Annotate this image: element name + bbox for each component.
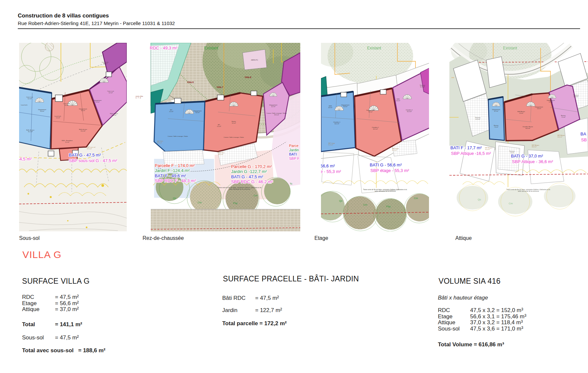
room-label: Bureau7,6 m² (494, 125, 498, 128)
grand-total-row: Total avec sous-sol = 188,6 m² (22, 347, 105, 354)
table-row: RDC 47,5 x 3,2 = 152,0 m³ (438, 307, 526, 314)
table-row: Sous-sol 47,5 x 3,6 = 171,0 m³ (438, 326, 526, 332)
room-label: Local tech. (21, 104, 28, 106)
row-label: Sous-sol (22, 335, 55, 341)
abris-label: ABRIS PC (251, 59, 258, 61)
room-label: Terrasse12,3 m² (420, 84, 425, 88)
section-title: VOLUME SIA 416 (439, 277, 500, 286)
bati-g-annotation: BATI G - 47,5 m² (231, 174, 263, 179)
survey-number: 2333 (451, 77, 454, 78)
parcelle-f-annotation: Parcelle F - 174,0 m² (155, 163, 195, 168)
header-divider (18, 28, 580, 29)
row-label: Etage (438, 314, 470, 320)
row-label: RDC (438, 307, 470, 314)
total-value: = 141,1 m² (55, 322, 82, 328)
room-label: Terrasse12,9 m² (573, 94, 579, 98)
bati-f-annotation: BATI F - 49,6 m² (155, 173, 186, 178)
row-value: 47,5 x 3,6 = 171,0 m³ (470, 326, 523, 332)
jardin-f-annotation: Jardin F -124,4 m² (155, 168, 190, 173)
row-value: = 56,6 m² (55, 301, 79, 307)
ground-label: Cm (198, 201, 202, 204)
table-row: Attique = 37,0 m² (22, 306, 79, 313)
ground-label: Qc (173, 197, 176, 200)
ground-label: Psy (386, 205, 390, 208)
jardin-g-annotation: Jardin G -122,7 m² (231, 169, 267, 174)
room-label: Entrée3,5 m² (232, 121, 236, 124)
grand-total-value: = 188,6 m² (78, 347, 106, 354)
plan-attique: Existant 2333 Dégagement4,7 m² Bureau7,6… (449, 43, 588, 231)
corner-annotation: RDC - 49,3 m² (150, 45, 177, 50)
row-label: Sous-sol (438, 326, 470, 332)
caption-attique: Attique (455, 235, 472, 241)
room-label: Terrasse12,9 m² (475, 117, 481, 120)
total-row: Total = 141,1 m² (22, 322, 82, 328)
ecole-label: école villas6 - 7 - 8 (136, 96, 143, 99)
table-row: Attique 37,0 x 3,2 = 118,4 m³ (438, 320, 526, 326)
row-label: Attique (438, 320, 470, 326)
volume-rows: RDC 47,5 x 3,2 = 152,0 m³ Etage 56,6 x 3… (438, 307, 526, 332)
bati-g-annotation: BATI G - 37,0 m² (511, 154, 543, 158)
sbp-f-annotation: SBP RDC F - 48,3 m² (155, 178, 196, 183)
sous-sol-row: Sous-sol = 47,5 m² (22, 335, 79, 341)
truncated-annotation: SBP F (289, 157, 300, 160)
bati-annotation: BATI G - 56,6 m² (370, 162, 402, 167)
ground-label: Tc (290, 182, 292, 185)
row-label: Bâti RDC (222, 295, 255, 301)
truncated-bati-annotation: 56,6 m² (321, 163, 335, 168)
truncated-annotation: SB (581, 137, 587, 142)
total-volume: Total Volume = 616,86 m³ (438, 341, 504, 348)
room-label: Cuisine / Salle à manger / Salon (224, 136, 244, 138)
row-value: = 47,5 m² (55, 335, 79, 341)
caption-sous-sol: Sous-sol (19, 235, 40, 241)
table-row: Jardin = 122,7 m² (222, 307, 282, 314)
caption-rdc: Rez-de-chaussée (143, 235, 184, 241)
row-label: Attique (22, 306, 55, 313)
villa7-label: Villa 7 (217, 86, 223, 88)
surface-rows: RDC = 47,5 m² Etage = 56,6 m² Attique = … (22, 294, 79, 313)
sbp-annotation: SBP étage - 55,3 m² (370, 168, 409, 173)
row-value: = 47,5 m² (55, 294, 79, 301)
sbp-g-annotation: SBP Attique - 36,6 m² (512, 159, 553, 164)
table-row: Bâti RDC = 47,5 m² (222, 295, 279, 301)
villa-f-sous-sol (19, 87, 52, 149)
grand-total-label: Total avec sous-sol (22, 347, 74, 354)
area-annotation: 54,5 m² (19, 157, 32, 161)
page-subtitle: Rue Robert-Adrien-Stierling 41E, 1217 Me… (18, 20, 175, 26)
truncated-annotation: BATI (289, 152, 297, 156)
room-label: Bureau7,5 m² (561, 115, 566, 118)
existant-label: Existant (204, 46, 218, 50)
sbp-f-annotation: SBP Attique -16,5 m² (451, 151, 491, 156)
row-label: RDC (22, 294, 55, 301)
caption-etage: Etage (314, 235, 328, 241)
table-row: Etage 56,6 x 3,1 = 175,46 m³ (438, 314, 526, 320)
plan-sous-sol: Cave à vin3,1 m² Local tech. Dégagement9… (19, 43, 127, 231)
table-row: Etage = 56,6 m² (22, 301, 79, 307)
parcelle-g-annotation: Parcelle G - 170,2 m² (231, 164, 272, 169)
section-title: SURFACE VILLA G (22, 277, 90, 286)
row-value: = 47,5 m² (255, 295, 279, 301)
room-label: Cuisine / Salle à manger / Salon (168, 135, 188, 137)
truncated-annotation: Jardin (289, 148, 299, 152)
row-value: 47,5 x 3,2 = 152,0 m³ (470, 307, 523, 314)
ground-label: Cm (254, 194, 258, 197)
section-title: SURFACE PRACELLE - BÂTI- JARDIN (223, 274, 359, 283)
bati-f-annotation: BATI F - 17,7 m² (450, 145, 482, 150)
ground-label: Qc (478, 198, 481, 201)
sbp-annotation: SBP sous-sol G - 47,5 m² (69, 158, 118, 163)
ground-label: Psy (233, 202, 237, 205)
sbp-g-annotation: SBP RDC G - 46,2 m² (231, 179, 273, 184)
existant-label: Existant (367, 46, 381, 50)
ground-label: Cm (509, 202, 513, 205)
row-value: = 122,7 m² (255, 307, 282, 314)
villa6-label: Villa 6 (187, 81, 194, 83)
volume-subtitle: Bâti x hauteur étage (438, 295, 488, 301)
page-title: Construction de 8 villas contigues (18, 13, 109, 19)
total-label: Total (22, 322, 55, 328)
ground-label: Cm (363, 203, 367, 206)
bati-annotation: BATI G - 47,5 m² (69, 153, 101, 158)
villa-title: VILLA G (22, 249, 62, 260)
existant-label: Existant (503, 46, 517, 50)
row-label: Jardin (222, 307, 255, 314)
total-parcelle: Total parcelle = 172,2 m² (222, 320, 287, 327)
table-row: RDC = 47,5 m² (22, 294, 79, 301)
